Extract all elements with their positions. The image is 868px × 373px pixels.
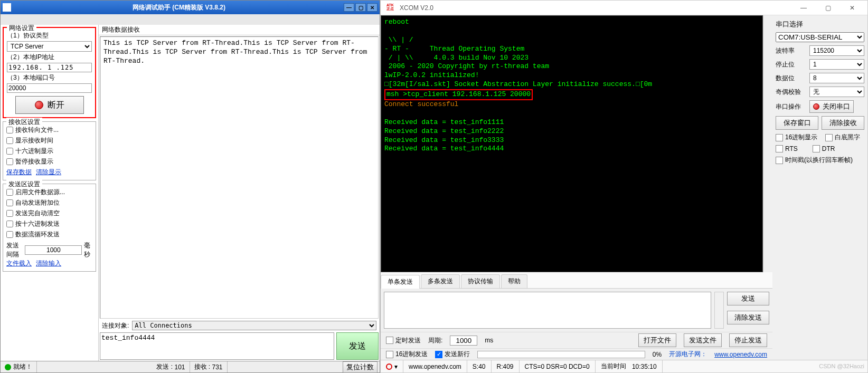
hex-display-checkbox[interactable] <box>6 148 13 155</box>
status-cts: CTS=0 DSR=0 DCD=0 <box>520 360 596 372</box>
record-icon <box>813 103 819 110</box>
maximize-button[interactable]: ▢ <box>355 3 366 12</box>
tab-3[interactable]: 帮助 <box>501 274 527 288</box>
send-textarea[interactable] <box>384 292 711 329</box>
titlebar: ATK正点 XCOM V2.0 — ▢ ✕ <box>381 1 867 15</box>
save-window-button[interactable]: 保存窗口 <box>776 116 818 130</box>
send-button[interactable]: 发送 <box>336 332 379 360</box>
clear-recv-button[interactable]: 清除接收 <box>822 116 864 130</box>
close-button[interactable]: ✕ <box>840 1 864 15</box>
tab-0[interactable]: 单条发送 <box>381 275 420 289</box>
maximize-button[interactable]: ▢ <box>816 1 840 15</box>
app-icon: ATK正点 <box>384 3 397 13</box>
dtr-checkbox[interactable] <box>813 145 820 152</box>
rts-checkbox[interactable] <box>776 145 783 152</box>
clear-send-button[interactable]: 清除发送 <box>727 311 769 324</box>
minimize-button[interactable]: — <box>344 3 354 12</box>
disconnect-label: 断开 <box>48 100 64 111</box>
interval-input[interactable] <box>25 245 82 255</box>
conn-label: 连接对象: <box>102 321 129 330</box>
send-file-button[interactable]: 发送文件 <box>684 333 722 347</box>
ip-input[interactable] <box>7 63 92 72</box>
label: 接收转向文件... <box>15 126 59 135</box>
timestamp-checkbox[interactable]: 时间戳(以换行回车断帧) <box>776 156 864 165</box>
tab-2[interactable]: 协议传输 <box>461 274 500 288</box>
interval-unit: 毫秒 <box>84 241 92 259</box>
label: 自动发送附加位 <box>15 198 60 207</box>
tab-1[interactable]: 多条发送 <box>421 274 460 288</box>
hex-display-checkbox[interactable]: 16进制显示 白底黑字 <box>776 133 864 142</box>
load-file-link[interactable]: 文件载入 <box>6 260 32 267</box>
watermark: CSDN @32Haozi <box>819 363 864 369</box>
timed-send-checkbox[interactable]: 定时发送 <box>386 336 421 345</box>
port-input[interactable] <box>7 83 92 93</box>
recv-label: 接收 : <box>194 362 211 371</box>
period-input[interactable] <box>450 336 477 346</box>
save-data-link[interactable]: 保存数据 <box>6 168 32 176</box>
baud-select[interactable]: 115200 <box>809 45 864 56</box>
dropdown-icon[interactable]: ▾ <box>394 363 398 370</box>
com-port-select[interactable]: COM7:USB-SERIAL <box>776 32 864 42</box>
connection-select[interactable]: All Connections <box>132 321 376 330</box>
file-source-checkbox[interactable] <box>6 189 13 196</box>
serial-settings-panel: 串口选择 COM7:USB-SERIAL 波特率115200 停止位1 数据位8… <box>772 15 867 360</box>
status-icon <box>5 364 11 370</box>
auto-append-checkbox[interactable] <box>6 199 13 206</box>
clear-input-link[interactable]: 清除输入 <box>36 260 61 267</box>
loop-send-checkbox[interactable] <box>6 231 13 238</box>
minimize-button[interactable]: — <box>791 1 816 15</box>
titlebar: 网络调试助手 (CM精装版 V3.8.2) — ▢ ✕ <box>1 1 380 14</box>
label: 发送新行 <box>445 350 470 359</box>
databits-select[interactable]: 8 <box>809 73 864 83</box>
auto-clear-checkbox[interactable] <box>6 210 13 217</box>
label: 16进制发送 <box>395 350 428 359</box>
hex-send-checkbox[interactable]: 16进制发送 <box>386 350 428 359</box>
show-recv-time-checkbox[interactable] <box>6 137 13 144</box>
recv-textarea[interactable]: This is TCP Server from RT-Thread.This i… <box>100 36 379 319</box>
scrollbar[interactable] <box>763 15 772 272</box>
stop-send-button[interactable]: 停止发送 <box>729 333 767 347</box>
label: 暂停接收显示 <box>15 157 53 166</box>
send-button[interactable]: 发送 <box>727 292 769 305</box>
port-label: （3）本地端口号 <box>7 73 92 82</box>
status-ready: 就绪！ <box>13 362 32 371</box>
label: 启用文件数据源... <box>15 188 65 197</box>
promo-link[interactable]: www.openedv.com <box>714 351 767 358</box>
time-value: 10:35:10 <box>632 363 657 370</box>
disconnect-button[interactable]: 断开 <box>15 96 84 114</box>
scrollbar[interactable] <box>714 292 724 329</box>
data-label: 数据位 <box>776 74 806 83</box>
recv-settings-group: 接收区设置 接收转向文件... 显示接收时间 十六进制显示 暂停接收显示 保存数… <box>3 121 96 180</box>
progress-pct: 0% <box>653 351 662 358</box>
send-newline-checkbox[interactable]: ✓发送新行 <box>435 350 470 359</box>
ip-label: （2）本地IP地址 <box>7 53 92 62</box>
sent-value: 101 <box>174 364 185 371</box>
window-title: 网络调试助手 (CM精装版 V3.8.2) <box>14 3 344 12</box>
close-serial-button[interactable]: 关闭串口 <box>809 100 854 113</box>
parity-label: 奇偶校验 <box>776 88 806 97</box>
legend: 网络设置 <box>7 25 36 33</box>
promo-label: 开源电子网： <box>669 350 707 359</box>
record-icon <box>35 101 43 109</box>
label: 关闭串口 <box>823 102 850 111</box>
statusbar: 就绪！ 发送 : 101 接收 : 731 复位计数 <box>1 361 380 372</box>
clear-display-link[interactable]: 清除显示 <box>36 168 61 176</box>
protocol-select[interactable]: TCP Server <box>7 41 92 52</box>
stopbits-select[interactable]: 1 <box>809 59 864 70</box>
parity-select[interactable]: 无 <box>809 87 864 97</box>
reset-count-button[interactable]: 复位计数 <box>343 361 378 373</box>
close-button[interactable]: ✕ <box>367 3 378 12</box>
label: 十六进制显示 <box>15 147 53 156</box>
console-output[interactable]: reboot \\ | /- RT - Thread Operating Sys… <box>381 15 763 272</box>
legend: 发送区设置 <box>6 180 42 189</box>
recv-value: 731 <box>212 364 223 371</box>
pause-recv-checkbox[interactable] <box>6 158 13 165</box>
open-file-button[interactable]: 打开文件 <box>638 333 676 347</box>
label: 按十六进制发送 <box>15 219 60 228</box>
record-icon <box>386 364 392 370</box>
send-textarea[interactable]: test_info4444 <box>100 332 334 360</box>
label: DTR <box>822 145 835 152</box>
op-label: 串口操作 <box>776 102 806 111</box>
hex-send-checkbox[interactable] <box>6 221 13 227</box>
recv-to-file-checkbox[interactable] <box>6 127 13 133</box>
